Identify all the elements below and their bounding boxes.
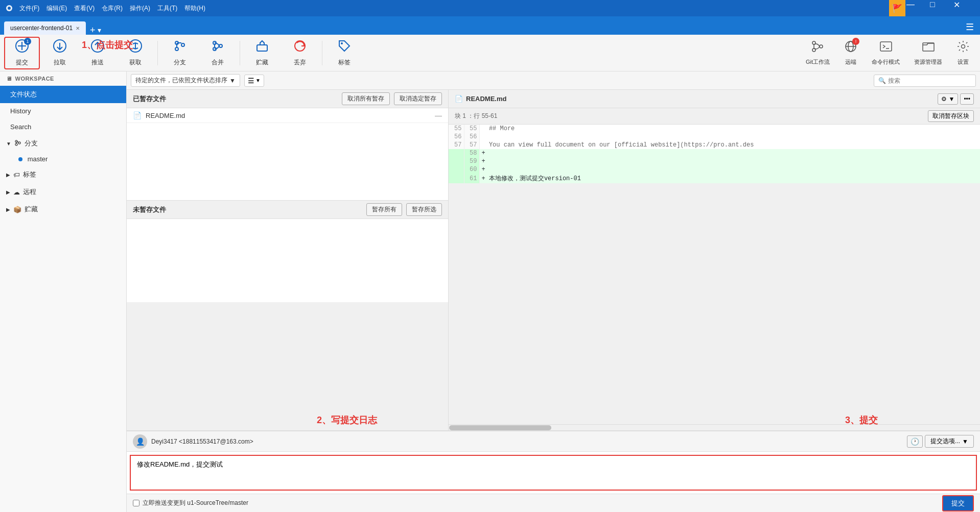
diff-line-content: ## More [479, 125, 980, 133]
staged-file-icon: 📄 [133, 111, 142, 119]
remote-icon: ! [844, 40, 857, 56]
discard-button[interactable]: 丢弃 [282, 37, 318, 69]
commit-icon: 1 [15, 39, 29, 56]
push-button[interactable]: 推送 [80, 37, 115, 69]
stash-selected-button[interactable]: 暂存所选 [406, 203, 442, 216]
commit-message-input[interactable]: 修改README.md，提交测试 [130, 455, 977, 491]
diff-scrollbar-thumb [449, 425, 551, 430]
pull-button[interactable]: 拉取 [42, 37, 78, 69]
stash-all-button[interactable]: 暂存所有 [366, 203, 402, 216]
tag-group-icon: 🏷 [13, 171, 20, 179]
commit-history-button[interactable]: 🕐 [907, 435, 923, 448]
diff-more-button[interactable]: ••• [960, 93, 974, 105]
diff-content[interactable]: 55 55 ## More 56 56 57 5 [449, 125, 980, 424]
search-input[interactable] [888, 77, 970, 84]
sidebar-item-file-status[interactable]: 文件状态 [0, 86, 126, 103]
toolbar-divider-3 [322, 41, 322, 65]
diff-actions: ⚙ ▼ ••• [938, 93, 974, 105]
staged-file-name: README.md [146, 112, 435, 119]
menu-repo[interactable]: 仓库(R) [99, 3, 126, 14]
commit-submit-button[interactable]: 提交 [942, 495, 974, 511]
menu-tools[interactable]: 工具(T) [154, 3, 180, 14]
repo-tab[interactable]: usercenter-frontend-01 ✕ [4, 21, 86, 35]
tab-dropdown-icon[interactable]: ▾ [98, 27, 101, 34]
search-right: 🔍 [874, 75, 976, 87]
sidebar-item-search[interactable]: Search [0, 119, 126, 135]
gitflow-icon [811, 40, 824, 56]
tab-close-icon[interactable]: ✕ [76, 26, 80, 31]
menu-action[interactable]: 操作(A) [127, 3, 153, 14]
merge-button[interactable]: 合并 [200, 37, 236, 69]
sidebar-branch-master[interactable]: master [0, 152, 126, 166]
merge-label: 合并 [212, 58, 224, 67]
sidebar: 🖥 WORKSPACE 文件状态 History Search ▼ 分支 mas… [0, 71, 127, 512]
view-list-button[interactable]: ☰ ▼ [244, 75, 264, 87]
tag-label: 标签 [338, 58, 351, 67]
diff-line-content-2 [479, 133, 980, 141]
settings-button[interactable]: 设置 [950, 36, 976, 70]
sort-dropdown[interactable]: 待定的文件，已依照文件状态排序 ▼ [131, 74, 240, 87]
unstaged-section-header: 未暂存文件 暂存所有 暂存所选 [127, 201, 448, 219]
staged-title: 已暂存文件 [133, 94, 338, 104]
menu-file[interactable]: 文件(F) [16, 3, 42, 14]
close-button[interactable]: ✕ [953, 0, 976, 16]
diff-settings-button[interactable]: ⚙ ▼ [938, 93, 958, 105]
menu-view[interactable]: 查看(V) [71, 3, 98, 14]
push-icon [90, 39, 105, 56]
commit-options-button[interactable]: 提交选项... ▼ [925, 435, 974, 448]
terminal-button[interactable]: 命令行模式 [866, 36, 906, 70]
hamburger-menu-icon[interactable]: ☰ [964, 19, 976, 35]
chevron-right-icon: ▶ [6, 172, 10, 178]
unstaged-title: 未暂存文件 [133, 205, 362, 214]
commit-button[interactable]: 1 提交 [4, 37, 40, 69]
commit-label: 提交 [16, 58, 28, 67]
menu-help[interactable]: 帮助(H) [181, 3, 208, 14]
cancel-all-staged-button[interactable]: 取消所有暂存 [342, 92, 390, 105]
cancel-selected-staged-button[interactable]: 取消选定暂存 [394, 92, 442, 105]
push-after-commit-label[interactable]: 立即推送变更到 u1-SourceTree/master [133, 499, 248, 507]
diff-hunk-header: 块 1 ：行 55-61 取消暂存区块 [449, 108, 980, 125]
diff-scrollbar[interactable] [449, 424, 980, 430]
staged-file-list: 📄 README.md — [127, 108, 448, 200]
commit-area: 👤 Deyi3417 <18811553417@163.com> 🕐 提交选项.… [127, 430, 980, 512]
commit-message-area: 修改README.md，提交测试 [127, 452, 980, 494]
branch-icon [173, 39, 187, 56]
gitflow-button[interactable]: Git工作流 [800, 36, 836, 70]
diff-line-num-right-5: 59 [464, 157, 479, 165]
title-bar-right: 🚩 — □ ✕ [889, 0, 976, 16]
diff-header: 📄 README.md ⚙ ▼ ••• [449, 90, 980, 108]
tag-button[interactable]: 标签 [326, 37, 362, 69]
branches-label: 分支 [25, 139, 38, 148]
diff-line-content-3: You can view full document on our [offic… [479, 141, 980, 149]
branch-button[interactable]: 分支 [162, 37, 198, 69]
sidebar-group-branches[interactable]: ▼ 分支 [0, 135, 126, 152]
sidebar-group-remote[interactable]: ▶ ☁ 远程 [0, 183, 126, 201]
diff-row-58: 58 + [449, 149, 980, 157]
remote-label-sidebar: 远程 [23, 187, 36, 197]
push-after-commit-checkbox[interactable] [133, 500, 139, 506]
staged-file-collapse-icon[interactable]: — [435, 111, 442, 119]
app-logo [4, 3, 14, 13]
sidebar-group-stash[interactable]: ▶ 📦 贮藏 [0, 201, 126, 218]
new-tab-icon[interactable]: + [90, 26, 96, 35]
branch-group-icon [14, 139, 21, 148]
explorer-button[interactable]: 资源管理器 [908, 36, 948, 70]
commit-badge: 1 [24, 38, 31, 45]
maximize-button[interactable]: □ [930, 0, 952, 16]
stash-button[interactable]: 贮藏 [244, 37, 280, 69]
diff-row-59: 59 + [449, 157, 980, 165]
menu-edit[interactable]: 编辑(E) [43, 3, 70, 14]
remote-button[interactable]: ! 远端 [838, 36, 864, 70]
main-area: 🖥 WORKSPACE 文件状态 History Search ▼ 分支 mas… [0, 71, 980, 512]
sidebar-item-history[interactable]: History [0, 103, 126, 119]
minimize-button[interactable]: — [906, 0, 929, 16]
staged-file-item[interactable]: 📄 README.md — [127, 108, 448, 123]
monitor-icon: 🖥 [6, 76, 12, 82]
fetch-button[interactable]: 获取 [118, 37, 153, 69]
tab-actions: + ▾ [90, 26, 101, 35]
cancel-hunk-button[interactable]: 取消暂存区块 [928, 110, 974, 122]
diff-line-num-left: 55 [449, 125, 464, 133]
sidebar-group-tags[interactable]: ▶ 🏷 标签 [0, 166, 126, 183]
push-label: 推送 [91, 58, 104, 67]
explorer-icon [922, 40, 935, 56]
